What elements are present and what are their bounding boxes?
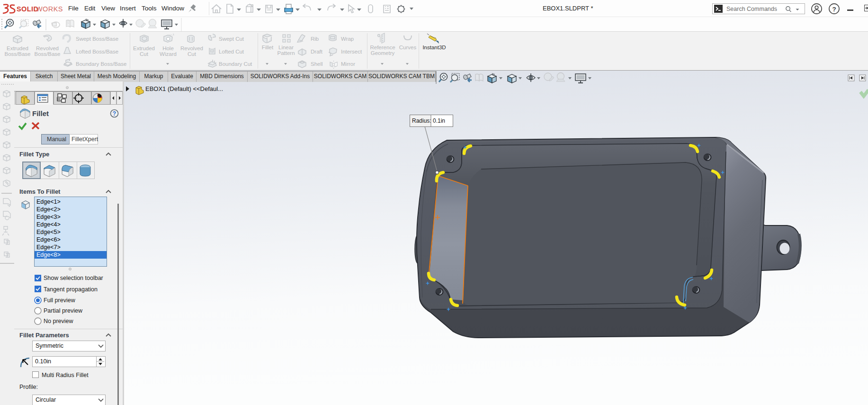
svg-text:EBOX1 (Default) <<Defaul...: EBOX1 (Default) <<Defaul... — [145, 85, 223, 92]
svg-text:WORKS: WORKS — [36, 5, 63, 13]
svg-text:?: ? — [113, 110, 116, 117]
svg-text:0.1in: 0.1in — [433, 117, 445, 124]
svg-text:Radius:: Radius: — [412, 117, 431, 124]
svg-text:SOLID: SOLID — [17, 5, 38, 13]
svg-text:?: ? — [832, 6, 836, 13]
